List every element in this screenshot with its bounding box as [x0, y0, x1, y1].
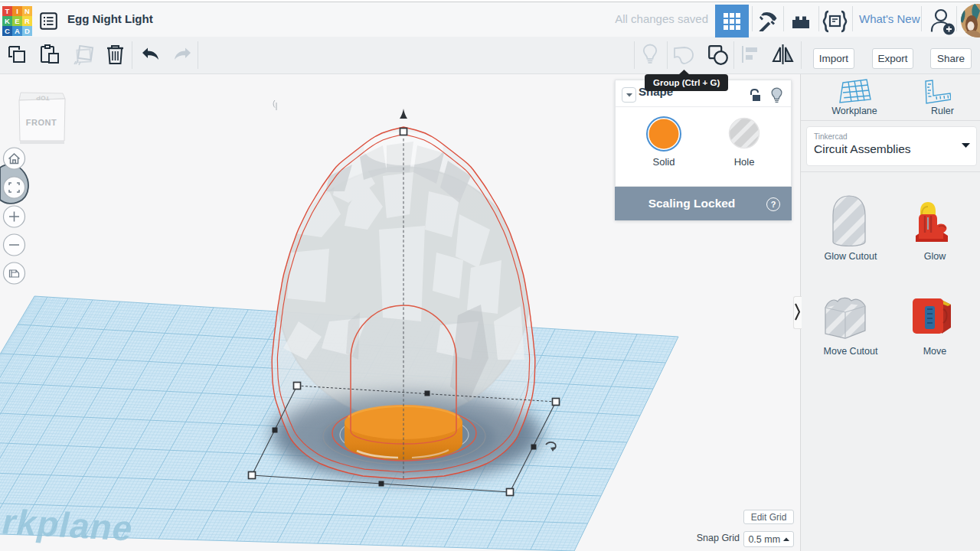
svg-text:I: I — [16, 7, 18, 15]
svg-text:TOP: TOP — [35, 94, 49, 101]
svg-text:FRONT: FRONT — [26, 118, 57, 127]
svg-text:D: D — [24, 27, 30, 35]
svg-text:A: A — [15, 27, 20, 35]
svg-text:N: N — [24, 7, 30, 15]
svg-text:K: K — [5, 17, 10, 25]
svg-text:rkplane: rkplane — [0, 502, 138, 549]
svg-text:C: C — [5, 27, 10, 35]
svg-text:R: R — [24, 17, 30, 25]
svg-text:E: E — [15, 17, 19, 25]
svg-text:T: T — [5, 7, 10, 15]
